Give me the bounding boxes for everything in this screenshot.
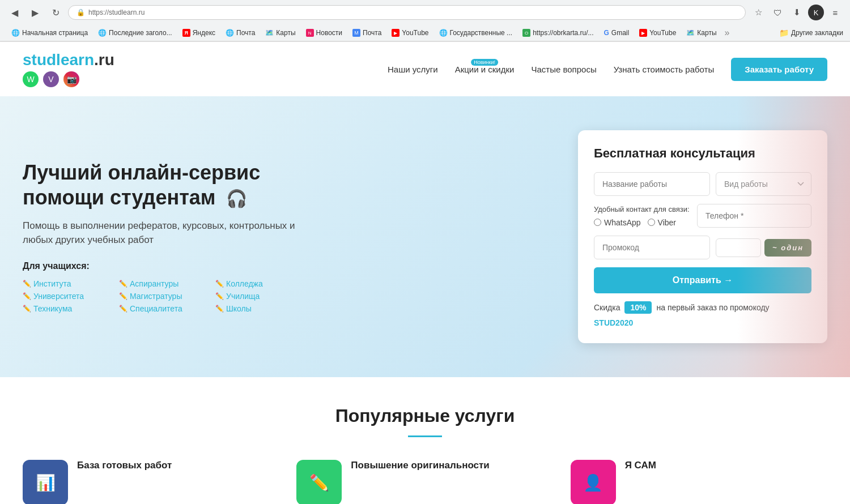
nav-price[interactable]: Узнать стоимость работы — [614, 65, 715, 74]
service-info-3: Я САМ — [625, 460, 656, 475]
bookmark-mail1[interactable]: 🌐 Почта — [221, 27, 260, 39]
service-info-1: База готовых работ — [77, 460, 172, 475]
bookmark-youtube2[interactable]: ▶ YouTube — [635, 27, 681, 39]
order-button[interactable]: Заказать работу — [731, 58, 827, 81]
list-item-university: Университета — [23, 292, 113, 301]
whatsapp-icon[interactable]: W — [23, 71, 39, 87]
main-nav: Наши услуги Акции и скидки Новинки! Част… — [388, 58, 827, 81]
service-card-2: ✏️ Повышение оригинальности — [296, 460, 553, 504]
list-item-specialist: Специалитета — [119, 304, 210, 313]
nav-faq[interactable]: Частые вопросы — [531, 65, 596, 74]
service-card-1: 📊 База готовых работ — [23, 460, 279, 504]
folder-icon: 📁 — [779, 28, 789, 37]
star-button[interactable]: ☆ — [750, 5, 766, 20]
discount-label: Скидка — [594, 303, 620, 312]
whatsapp-label: WhatsApp — [604, 218, 641, 227]
bookmark-recent[interactable]: 🌐 Последние заголо... — [94, 27, 177, 39]
hero-bg-decoration — [737, 96, 850, 377]
bookmarks-bar: 🌐 Начальная страница 🌐 Последние заголо.… — [0, 25, 850, 41]
profile-button[interactable]: K — [808, 5, 824, 20]
browser-toolbar: ◀ ▶ ↻ 🔒 https://studlearn.ru ☆ 🛡 ⬇ K ≡ — [0, 0, 850, 25]
forward-button[interactable]: ▶ — [27, 5, 43, 20]
bookmark-gmail[interactable]: G Gmail — [600, 27, 634, 39]
bookmark-label: Государственные ... — [450, 29, 513, 37]
service-title-2: Повышение оригинальности — [351, 460, 489, 471]
service-card-3: 👤 Я САМ — [571, 460, 827, 504]
contact-left: Удобный контакт для связи: WhatsApp Vibe… — [594, 205, 691, 227]
refresh-button[interactable]: ↻ — [48, 5, 63, 20]
download-button[interactable]: ⬇ — [789, 5, 805, 20]
service-title-1: База готовых работ — [77, 460, 172, 471]
site-header: studlearn.ru W V 📷 Наши услуги Акции и с… — [0, 42, 850, 96]
lock-icon: 🔒 — [76, 8, 85, 16]
bookmark-gov[interactable]: 🌐 Государственные ... — [435, 27, 517, 39]
shield-button[interactable]: 🛡 — [770, 5, 785, 20]
bookmark-mail2[interactable]: M Почта — [348, 27, 386, 39]
bookmark-maps2[interactable]: 🗺️ Карты — [682, 27, 721, 39]
viber-radio-input[interactable] — [648, 219, 655, 226]
services-row: 📊 База готовых работ ✏️ Повышение оригин… — [23, 460, 827, 504]
bookmark-label: YouTube — [402, 29, 428, 37]
obrkarta-icon: O — [522, 29, 530, 37]
globe-icon: 🌐 — [98, 29, 107, 37]
whatsapp-radio-input[interactable] — [594, 219, 601, 226]
hero-list: Института Аспирантуры Колледжа Университ… — [23, 279, 306, 313]
youtube-icon: ▶ — [392, 29, 400, 37]
service-icon-3: 👤 — [571, 460, 616, 504]
yandex-icon: Я — [182, 29, 190, 37]
instagram-icon[interactable]: 📷 — [63, 71, 79, 87]
bookmark-label: Последние заголо... — [109, 29, 172, 37]
browser-chrome: ◀ ▶ ↻ 🔒 https://studlearn.ru ☆ 🛡 ⬇ K ≡ 🌐… — [0, 0, 850, 42]
list-item-college: Колледжа — [215, 279, 306, 288]
url-bar[interactable]: 🔒 https://studlearn.ru — [68, 5, 746, 20]
service-info-2: Повышение оригинальности — [351, 460, 489, 475]
more-bookmarks-icon[interactable]: » — [722, 28, 732, 38]
bookmark-youtube1[interactable]: ▶ YouTube — [387, 27, 433, 39]
nav-promotions[interactable]: Акции и скидки Новинки! — [455, 65, 515, 74]
promo-input[interactable] — [594, 236, 710, 259]
logo-link[interactable]: studlearn.ru — [23, 51, 114, 69]
list-item-institut: Института — [23, 279, 113, 288]
list-item-technikum: Техникума — [23, 304, 113, 313]
bookmark-label: YouTube — [649, 29, 676, 37]
menu-button[interactable]: ≡ — [827, 5, 843, 20]
nav-services-label: Наши услуги — [388, 65, 438, 74]
nav-services[interactable]: Наши услуги — [388, 65, 438, 74]
globe-icon: 🌐 — [439, 29, 448, 37]
bookmark-home[interactable]: 🌐 Начальная страница — [7, 27, 92, 39]
promotions-badge: Новинки! — [471, 59, 498, 66]
bookmark-obrkarta[interactable]: O https://obrkarta.ru/... — [518, 27, 598, 39]
service-icon-1: 📊 — [23, 460, 68, 504]
bookmark-label: Почта — [363, 29, 381, 37]
maps-icon: 🗺️ — [265, 29, 274, 37]
service-icon-glyph-1: 📊 — [36, 473, 56, 492]
logo-area: studlearn.ru W V 📷 — [23, 51, 114, 87]
viber-radio[interactable]: Viber — [648, 218, 676, 227]
logo-blue: studlearn — [23, 51, 94, 69]
whatsapp-radio[interactable]: WhatsApp — [594, 218, 641, 227]
section-divider — [408, 435, 442, 437]
bookmark-label: Карты — [276, 29, 295, 37]
youtube-icon: ▶ — [639, 29, 647, 37]
viber-icon[interactable]: V — [43, 71, 59, 87]
bookmark-label: Gmail — [611, 29, 629, 37]
service-icon-2: ✏️ — [296, 460, 342, 504]
hero-title: Лучший онлайн-сервис помощи студентам 🎧 — [23, 160, 306, 209]
bookmark-label: Новости — [316, 29, 342, 37]
back-button[interactable]: ◀ — [7, 5, 23, 20]
maps-icon: 🗺️ — [686, 29, 695, 37]
nav-price-label: Узнать стоимость работы — [614, 65, 715, 74]
list-item-aspirantura: Аспирантуры — [119, 279, 210, 288]
google-icon: G — [604, 29, 609, 37]
list-item-magistratura: Магистратуры — [119, 292, 210, 301]
globe-icon: 🌐 — [11, 29, 20, 37]
promo-code-label: STUD2020 — [594, 318, 633, 327]
other-bookmarks-label: Другие закладки — [791, 29, 843, 37]
bookmark-maps1[interactable]: 🗺️ Карты — [261, 27, 300, 39]
other-bookmarks[interactable]: 📁 Другие закладки — [779, 28, 843, 37]
bookmark-news[interactable]: N Новости — [301, 27, 347, 39]
hero-for-label: Для учащихся: — [23, 261, 306, 271]
bookmark-label: Начальная страница — [22, 29, 88, 37]
work-name-input[interactable] — [594, 172, 710, 196]
bookmark-yandex[interactable]: Я Яндекс — [178, 27, 220, 39]
